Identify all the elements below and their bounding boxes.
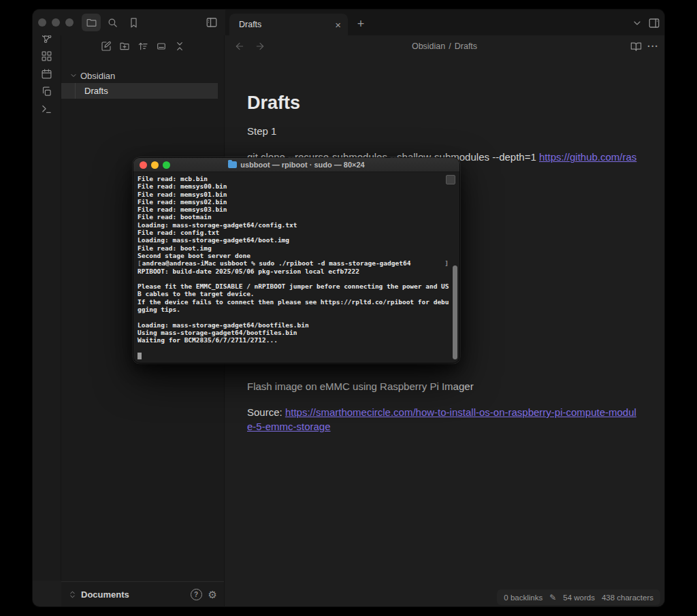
terminal-line: Loading: mass-storage-gadget64/boot.img xyxy=(137,236,459,244)
breadcrumb[interactable]: Obsidian / Drafts xyxy=(225,35,664,57)
zoom-window-button[interactable] xyxy=(65,18,74,27)
file-drafts[interactable]: Drafts xyxy=(61,83,218,99)
terminal-line: Second stage boot server done xyxy=(137,252,459,259)
close-window-button[interactable] xyxy=(38,18,46,27)
terminal-line: File read: config.txt xyxy=(137,229,459,236)
backlinks-count[interactable]: 0 backlinks xyxy=(504,594,542,602)
terminal-line: Please fit the EMMC_DISABLE / nRPIBOOT j… xyxy=(137,282,459,290)
file-label: Drafts xyxy=(84,86,108,96)
folder-obsidian[interactable]: Obsidian xyxy=(61,68,225,83)
terminal-line: Loading: mass-storage-gadget64/bootfiles… xyxy=(137,321,459,329)
terminal-prompt-icon xyxy=(41,103,52,115)
titlebar-icons xyxy=(82,14,143,31)
settings-gear-icon[interactable]: ⚙ xyxy=(208,589,217,600)
bookmark-icon xyxy=(128,17,140,29)
terminal-line: RPIBOOT: build-date 2025/05/06 pkg-versi… xyxy=(137,268,459,275)
help-button[interactable]: ? xyxy=(191,589,202,600)
breadcrumb-vault[interactable]: Obsidian xyxy=(412,42,445,51)
window-controls[interactable] xyxy=(38,18,74,27)
command-palette-button[interactable] xyxy=(38,103,56,115)
terminal-line: File read: memsys01.bin xyxy=(137,191,459,198)
character-count: 438 characters xyxy=(602,594,653,602)
bookmarks-tab-button[interactable] xyxy=(124,14,143,31)
note-paragraph-flash: Flash image on eMMC using Raspberry Pi I… xyxy=(247,379,638,393)
terminal-line: File read: memsys00.bin xyxy=(137,182,459,190)
status-bar: 0 backlinks ✎ 54 words 438 characters xyxy=(497,589,660,605)
new-note-icon[interactable] xyxy=(101,41,112,52)
collapse-all-icon[interactable] xyxy=(174,41,185,52)
note-paragraph-source: Source: https://smarthomecircle.com/how-… xyxy=(247,405,638,434)
ribbon xyxy=(33,10,61,581)
edit-mode-pencil-icon[interactable]: ✎ xyxy=(549,593,556,602)
terminal-line: File read: bootmain xyxy=(137,213,459,221)
note-title: Drafts xyxy=(247,93,300,114)
terminal-line: gging tips. xyxy=(137,306,459,313)
chevron-down-icon xyxy=(69,71,78,80)
prompt-mark-left: [ xyxy=(137,259,142,267)
word-count: 54 words xyxy=(563,594,595,602)
titlebar-left xyxy=(33,10,225,35)
card-layout-icon[interactable] xyxy=(156,41,167,52)
terminal-line: If the device fails to connect then plea… xyxy=(137,298,459,306)
collapse-left-sidebar-button[interactable] xyxy=(202,14,221,31)
terminal-line: File read: memsys02.bin xyxy=(137,198,459,206)
search-icon xyxy=(107,17,118,29)
titlebar: Drafts × + xyxy=(33,10,664,35)
copy-icon xyxy=(41,86,52,97)
tab-bar-actions xyxy=(632,14,660,33)
terminal-titlebar[interactable]: usbboot — rpiboot · sudo — 80×24 xyxy=(133,158,459,172)
breadcrumb-note[interactable]: Drafts xyxy=(455,42,477,51)
breadcrumb-separator: / xyxy=(449,42,451,51)
sort-order-icon[interactable] xyxy=(137,41,148,52)
chevrons-up-down-icon xyxy=(68,590,77,599)
terminal-line xyxy=(137,344,459,352)
folder-icon xyxy=(86,17,97,29)
templates-button[interactable] xyxy=(38,85,56,97)
terminal-line: Waiting for BCM2835/6/7/2711/2712... xyxy=(137,336,459,344)
prompt-mark-right: ] xyxy=(444,259,449,267)
indent-guide xyxy=(75,83,76,99)
terminal-line: B cables to the target device. xyxy=(137,290,459,297)
terminal-content[interactable]: File read: mcb.bin File read: memsys00.b… xyxy=(133,172,459,363)
folder-icon xyxy=(228,161,237,168)
files-tab-button[interactable] xyxy=(82,14,101,31)
terminal-cursor-line xyxy=(137,352,459,359)
tab-drafts[interactable]: Drafts × xyxy=(229,14,348,35)
search-tab-button[interactable] xyxy=(103,14,122,31)
panel-left-icon xyxy=(206,16,218,29)
smarthomecircle-link[interactable]: https://smarthomecircle.com/how-to-insta… xyxy=(247,406,636,432)
source-label: Source: xyxy=(247,406,285,418)
chevron-down-icon[interactable] xyxy=(632,18,643,29)
calendar-icon xyxy=(41,68,52,80)
terminal-title-text: usbboot — rpiboot · sudo — 80×24 xyxy=(240,161,364,169)
new-tab-button[interactable]: + xyxy=(352,15,370,33)
canvas-button[interactable] xyxy=(38,50,56,62)
more-options-icon[interactable]: ··· xyxy=(647,41,659,52)
terminal-window[interactable]: usbboot — rpiboot · sudo — 80×24 File re… xyxy=(133,158,459,363)
tab-label: Drafts xyxy=(239,20,335,29)
terminal-title: usbboot — rpiboot · sudo — 80×24 xyxy=(133,161,459,169)
terminal-line: File read: mcb.bin xyxy=(137,175,459,182)
note-paragraph-step: Step 1 xyxy=(247,124,638,138)
terminal-line: Using mass-storage-gadget64/bootfiles.bi… xyxy=(137,329,459,336)
vault-switcher[interactable]: Documents ? ⚙ xyxy=(61,581,224,606)
panel-right-icon[interactable] xyxy=(648,17,660,29)
terminal-line xyxy=(137,275,459,282)
terminal-line: File read: boot.img xyxy=(137,244,459,252)
minimize-window-button[interactable] xyxy=(52,18,60,27)
vault-name: Documents xyxy=(81,589,191,600)
new-folder-icon[interactable] xyxy=(119,41,130,52)
editor-header: Obsidian / Drafts ··· xyxy=(225,35,664,57)
terminal-scrollbar[interactable] xyxy=(453,265,457,359)
terminal-cursor xyxy=(137,353,142,359)
prompt-text: andrea@andreas-iMac usbboot % sudo ./rpi… xyxy=(142,259,411,267)
terminal-corner-widget xyxy=(446,175,455,184)
editor-actions: ··· xyxy=(630,38,659,54)
terminal-line: Loading: mass-storage-gadget64/config.tx… xyxy=(137,221,459,229)
daily-note-button[interactable] xyxy=(38,67,56,80)
explorer-toolbar xyxy=(61,35,225,57)
folder-label: Obsidian xyxy=(80,71,115,81)
tab-bar: Drafts × + xyxy=(225,10,664,35)
reading-mode-icon[interactable] xyxy=(630,41,642,52)
close-tab-icon[interactable]: × xyxy=(335,20,341,30)
